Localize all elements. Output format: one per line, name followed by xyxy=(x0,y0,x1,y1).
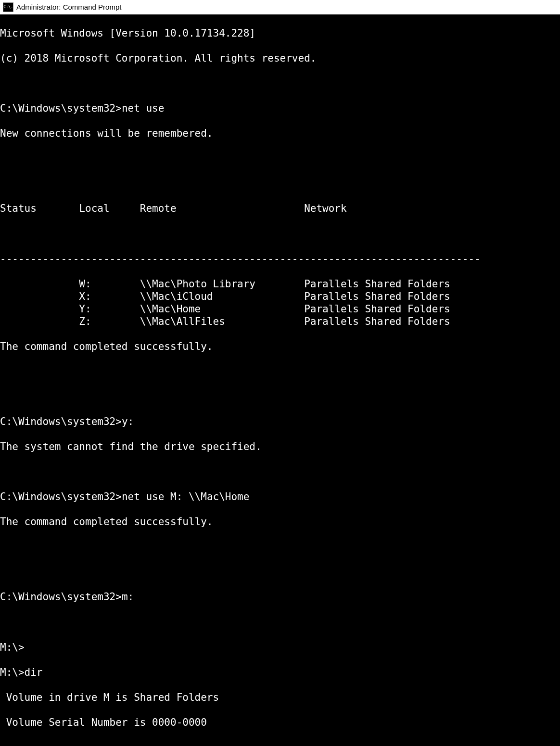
output-line: The system cannot find the drive specifi… xyxy=(0,440,560,453)
prompt-line: C:\Windows\system32>y: xyxy=(0,415,560,428)
output-line: The command completed successfully. xyxy=(0,340,560,353)
output-line: The command completed successfully. xyxy=(0,515,560,528)
terminal-output[interactable]: Microsoft Windows [Version 10.0.17134.22… xyxy=(0,14,560,746)
prompt-line: C:\Windows\system32>m: xyxy=(0,591,560,603)
blank-line xyxy=(0,77,560,90)
blank-line xyxy=(0,566,560,578)
net-use-row: W: \\Mac\Photo Library Parallels Shared … xyxy=(0,278,560,290)
blank-line xyxy=(0,741,560,746)
blank-line xyxy=(0,365,560,378)
blank-line xyxy=(0,228,560,240)
output-line: Volume in drive M is Shared Folders xyxy=(0,691,560,704)
prompt-line: M:\>dir xyxy=(0,666,560,679)
cmd-prompt-icon: C:\. xyxy=(3,2,13,12)
version-line: Microsoft Windows [Version 10.0.17134.22… xyxy=(0,27,560,39)
separator-line: ----------------------------------------… xyxy=(0,253,560,265)
blank-line xyxy=(0,177,560,190)
blank-line xyxy=(0,616,560,629)
blank-line xyxy=(0,390,560,403)
window-title: Administrator: Command Prompt xyxy=(16,3,121,12)
net-use-header: Status Local Remote Network xyxy=(0,202,560,215)
copyright-line: (c) 2018 Microsoft Corporation. All righ… xyxy=(0,52,560,64)
prompt-line: C:\Windows\system32>net use M: \\Mac\Hom… xyxy=(0,490,560,503)
output-line: New connections will be remembered. xyxy=(0,127,560,140)
prompt-line: M:\> xyxy=(0,641,560,654)
prompt-line: C:\Windows\system32>net use xyxy=(0,102,560,115)
net-use-row: Y: \\Mac\Home Parallels Shared Folders xyxy=(0,303,560,315)
output-line: Volume Serial Number is 0000-0000 xyxy=(0,716,560,729)
net-use-row: Z: \\Mac\AllFiles Parallels Shared Folde… xyxy=(0,315,560,328)
blank-line xyxy=(0,465,560,478)
net-use-row: X: \\Mac\iCloud Parallels Shared Folders xyxy=(0,290,560,303)
blank-line xyxy=(0,152,560,165)
blank-line xyxy=(0,540,560,553)
title-bar[interactable]: C:\. Administrator: Command Prompt xyxy=(0,0,560,14)
